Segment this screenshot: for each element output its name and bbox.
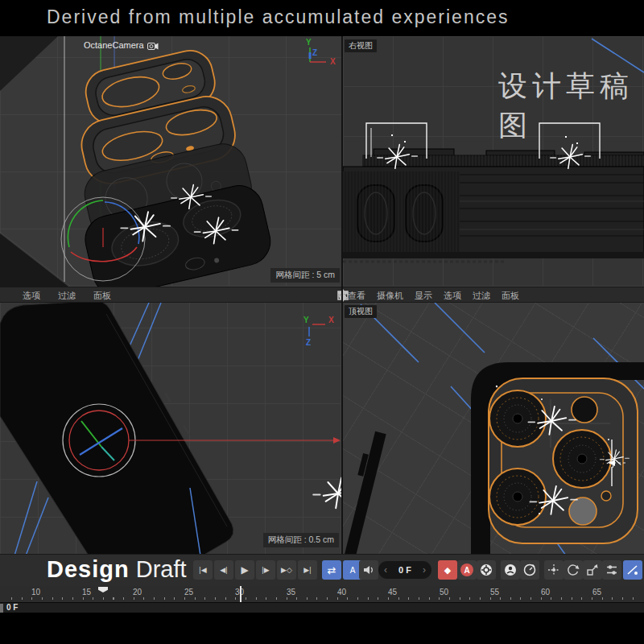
keyframe-record-icon: ◆: [444, 565, 451, 576]
ruler-tick: 15: [82, 588, 91, 597]
viewport-perspective[interactable]: OctaneCamera Y Z X 网格间距 : 5 cm: [0, 36, 341, 287]
move-key-button[interactable]: [544, 560, 564, 580]
ruler-tick: 60: [541, 588, 550, 597]
ruler-tick: 10: [31, 588, 40, 597]
range-start-label: 0 F: [6, 603, 18, 612]
viewport-name-label[interactable]: 右视图: [345, 39, 377, 52]
axis-label-z: Z: [312, 48, 317, 57]
grid-spacing-label: 网格间距 : 5 cm: [270, 268, 340, 283]
menu-options[interactable]: 选项: [444, 290, 461, 302]
brand-light: Draft: [136, 556, 187, 582]
camera-name: OctaneCamera: [84, 40, 144, 50]
frame-decrement-chevron[interactable]: ‹: [384, 564, 387, 576]
ruler-tick: 65: [592, 588, 601, 597]
camera-icon: [147, 41, 159, 50]
menu-camera[interactable]: 摄像机: [377, 290, 403, 302]
design-draft-caption: Design Draft: [47, 556, 187, 583]
design-draft-watermark: 设计草稿图: [498, 67, 644, 146]
viewport-right-view[interactable]: 右视图 设计草稿图: [343, 36, 644, 287]
phone-edge-silhouette: [0, 36, 58, 91]
brand-bold: Design: [47, 556, 130, 582]
axis-label-y: Y: [303, 316, 309, 324]
menu-bar-right: 查看 摄像机 显示 选项 过滤 面板: [343, 287, 644, 303]
menu-panel[interactable]: 面板: [502, 290, 519, 302]
viewport-splitter[interactable]: [341, 36, 343, 555]
autokey-icon: A: [460, 564, 473, 576]
go-to-start-button[interactable]: |◀: [193, 560, 213, 580]
ruler-tick: 50: [440, 588, 448, 597]
phone-back-model[interactable]: [0, 303, 233, 555]
camera-bump-model[interactable]: [489, 378, 638, 543]
ruler-tick: 25: [184, 588, 193, 597]
record-parameter-button[interactable]: [520, 560, 539, 580]
ruler-tick: 40: [337, 588, 346, 597]
phone-side-model[interactable]: [343, 149, 644, 262]
timeline-ruler[interactable]: 10 15 20 25 30 35 40 45 50 55 60 65: [0, 586, 644, 602]
filter-sliders-icon: [605, 564, 618, 576]
range-start-handle[interactable]: [0, 604, 3, 613]
frame-counter-value: 0 F: [398, 565, 411, 575]
keyframe-record-button[interactable]: ◆: [438, 560, 457, 580]
menu-display[interactable]: 显示: [415, 290, 432, 302]
viewport-front-view[interactable]: Y X Z 网格间距 : 0.5 cm: [0, 303, 341, 555]
loop-playback-button[interactable]: ⇄: [322, 560, 341, 580]
ruler-tick: 35: [287, 588, 295, 597]
top-view-scene: [343, 303, 644, 555]
ruler-tick: 20: [133, 588, 142, 597]
axis-label-y: Y: [306, 38, 312, 47]
header-bar: Derived from multiple accumulated experi…: [0, 0, 644, 35]
go-to-end-button[interactable]: ▶|: [298, 560, 317, 580]
timeline-range-bar[interactable]: 0 F: [0, 602, 644, 613]
play-to-key-button[interactable]: ▶◇: [277, 560, 296, 580]
move-key-icon: [547, 564, 560, 576]
filter-sliders-button[interactable]: [602, 560, 621, 580]
viewport-menu-row: 选项 过滤 面板: [0, 287, 644, 303]
frame-counter-field[interactable]: ‹ 0 F ›: [378, 561, 431, 579]
animation-toolbar: Design Draft |◀ ◀| ▶ |▶ ▶◇ ▶| ⇄ A ‹ 0 F …: [0, 554, 644, 586]
viewport-name-label[interactable]: 顶视图: [345, 305, 377, 318]
frame-increment-chevron[interactable]: ›: [423, 564, 426, 576]
speaker-button[interactable]: [359, 560, 378, 580]
application-window: Derived from multiple accumulated experi…: [0, 0, 644, 644]
timeline-marker[interactable]: [98, 587, 108, 592]
front-view-scene: [0, 303, 341, 555]
perspective-scene: [0, 36, 341, 287]
playhead[interactable]: [240, 586, 242, 602]
previous-frame-button[interactable]: ◀|: [214, 560, 233, 580]
speaker-icon: [364, 565, 374, 575]
axis-label-x: X: [328, 316, 334, 324]
axis-label-x: X: [330, 57, 336, 66]
orientation-axis-gizmo: [309, 324, 325, 336]
grid-spacing-label: 网格间距 : 0.5 cm: [263, 533, 339, 547]
menu-filter[interactable]: 过滤: [58, 290, 76, 302]
viewport-top-view[interactable]: 顶视图: [343, 303, 644, 555]
active-camera-label[interactable]: OctaneCamera: [84, 40, 159, 50]
menu-bar-left: 选项 过滤 面板: [0, 287, 341, 303]
autokey-button[interactable]: A: [457, 560, 477, 580]
phone-edge-silhouette: [0, 233, 68, 287]
scale-key-icon: [586, 564, 599, 576]
scale-key-button[interactable]: [583, 560, 602, 580]
keyframe-options-icon: [480, 564, 493, 576]
menu-filter[interactable]: 过滤: [473, 290, 490, 302]
rotate-key-button[interactable]: [564, 560, 583, 580]
lens-flare-spark: [313, 477, 341, 508]
record-position-icon: [504, 564, 517, 576]
record-position-button[interactable]: [501, 560, 520, 580]
ruler-tick: 55: [490, 588, 499, 597]
key-interpolation-button[interactable]: [623, 560, 642, 580]
next-frame-button[interactable]: |▶: [256, 560, 275, 580]
keyframe-options-button[interactable]: [477, 560, 496, 580]
ruler-tick-marks: [11, 597, 639, 600]
camera-case-exploded-model[interactable]: [48, 42, 275, 287]
menu-options[interactable]: 选项: [23, 290, 40, 302]
page-title: Derived from multiple accumulated experi…: [47, 6, 510, 28]
play-button[interactable]: ▶: [235, 560, 254, 580]
menu-view[interactable]: 查看: [348, 290, 365, 302]
menu-panel[interactable]: 面板: [93, 290, 111, 302]
record-parameter-icon: [523, 564, 536, 576]
rotate-key-icon: [567, 564, 580, 576]
ruler-tick: 45: [388, 588, 397, 597]
key-interpolation-icon: [626, 564, 639, 576]
axis-label-z: Z: [306, 338, 311, 347]
